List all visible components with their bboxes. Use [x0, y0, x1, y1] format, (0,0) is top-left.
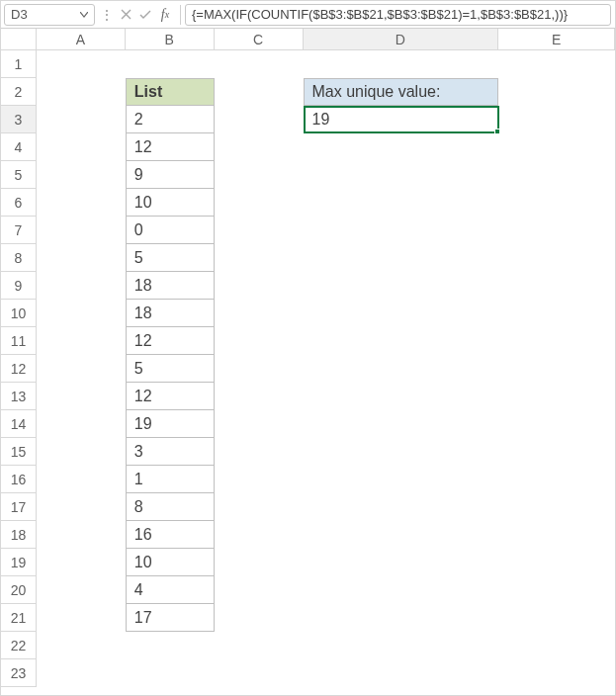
cell[interactable]	[215, 438, 304, 466]
cell[interactable]	[215, 327, 304, 355]
cell[interactable]	[304, 438, 499, 466]
cell[interactable]	[498, 78, 615, 106]
cell[interactable]	[304, 355, 499, 383]
cell[interactable]	[37, 78, 126, 106]
row-header[interactable]: 5	[1, 161, 37, 189]
enter-icon[interactable]	[138, 8, 152, 22]
cell[interactable]	[498, 217, 615, 244]
list-cell[interactable]: 18	[126, 300, 215, 327]
cell[interactable]	[37, 355, 126, 383]
cell[interactable]	[126, 632, 215, 659]
cell[interactable]	[215, 410, 304, 438]
fx-icon[interactable]: fx	[158, 8, 172, 22]
cell[interactable]	[304, 327, 499, 355]
cell[interactable]	[498, 659, 615, 687]
list-cell[interactable]: 2	[126, 106, 215, 133]
cell[interactable]	[215, 466, 304, 493]
row-header[interactable]: 18	[1, 521, 37, 549]
list-cell[interactable]: 10	[126, 549, 215, 576]
cell[interactable]	[304, 576, 499, 604]
cell[interactable]	[215, 659, 304, 687]
row-header[interactable]: 16	[1, 466, 37, 493]
cell[interactable]	[498, 493, 615, 521]
cell[interactable]	[215, 161, 304, 189]
cell[interactable]	[498, 576, 615, 604]
cell[interactable]	[126, 659, 215, 687]
cell[interactable]	[304, 659, 499, 687]
cell[interactable]	[215, 244, 304, 272]
cell[interactable]	[304, 272, 499, 300]
row-header[interactable]: 12	[1, 355, 37, 383]
cell[interactable]	[498, 604, 615, 632]
result-label-cell[interactable]: Max unique value:	[304, 78, 499, 106]
col-header-A[interactable]: A	[37, 29, 126, 49]
list-cell[interactable]: 19	[126, 410, 215, 438]
cell[interactable]	[37, 576, 126, 604]
cell[interactable]	[215, 78, 304, 106]
cell[interactable]	[215, 272, 304, 300]
row-header[interactable]: 9	[1, 272, 37, 300]
cell[interactable]	[304, 521, 499, 549]
col-header-B[interactable]: B	[126, 29, 215, 49]
cell[interactable]	[215, 217, 304, 244]
cell[interactable]	[37, 549, 126, 576]
row-header[interactable]: 15	[1, 438, 37, 466]
cell[interactable]	[498, 50, 615, 78]
cell[interactable]	[304, 161, 499, 189]
cell[interactable]	[498, 632, 615, 659]
cell[interactable]	[215, 189, 304, 217]
cancel-icon[interactable]	[119, 8, 132, 22]
row-header[interactable]: 19	[1, 549, 37, 576]
cell[interactable]	[498, 355, 615, 383]
cell[interactable]	[304, 244, 499, 272]
cell[interactable]	[215, 50, 304, 78]
row-header[interactable]: 2	[1, 78, 37, 106]
cell[interactable]	[304, 466, 499, 493]
list-cell[interactable]: 3	[126, 438, 215, 466]
row-header[interactable]: 3	[1, 106, 37, 133]
cell[interactable]	[37, 493, 126, 521]
cell[interactable]	[215, 106, 304, 133]
cell[interactable]	[304, 493, 499, 521]
list-cell[interactable]: 5	[126, 244, 215, 272]
col-header-E[interactable]: E	[498, 29, 615, 49]
cell[interactable]	[37, 244, 126, 272]
list-cell[interactable]: 12	[126, 327, 215, 355]
row-header[interactable]: 22	[1, 632, 37, 659]
list-cell[interactable]: 12	[126, 133, 215, 161]
cell[interactable]	[304, 300, 499, 327]
row-header[interactable]: 13	[1, 383, 37, 410]
cell[interactable]	[215, 549, 304, 576]
cell[interactable]	[304, 604, 499, 632]
cell[interactable]	[498, 383, 615, 410]
cell[interactable]	[304, 632, 499, 659]
cell[interactable]	[498, 438, 615, 466]
cell[interactable]	[498, 466, 615, 493]
cell[interactable]	[215, 632, 304, 659]
cell[interactable]	[37, 272, 126, 300]
cell[interactable]	[498, 161, 615, 189]
cell[interactable]	[37, 659, 126, 687]
cell[interactable]	[304, 50, 499, 78]
cell[interactable]	[215, 383, 304, 410]
cell[interactable]	[37, 161, 126, 189]
cell[interactable]	[304, 549, 499, 576]
cell[interactable]	[126, 50, 215, 78]
cell[interactable]	[37, 604, 126, 632]
name-box[interactable]: D3	[4, 4, 95, 26]
cell[interactable]	[498, 549, 615, 576]
list-cell[interactable]: 10	[126, 189, 215, 217]
cell[interactable]	[498, 106, 615, 133]
row-header[interactable]: 4	[1, 133, 37, 161]
cell[interactable]	[37, 383, 126, 410]
cell[interactable]	[304, 410, 499, 438]
row-header[interactable]: 21	[1, 604, 37, 632]
cell[interactable]	[498, 521, 615, 549]
cell[interactable]	[215, 133, 304, 161]
cell[interactable]	[498, 244, 615, 272]
row-header[interactable]: 7	[1, 217, 37, 244]
cell[interactable]	[37, 521, 126, 549]
cell[interactable]	[498, 410, 615, 438]
cell[interactable]	[304, 217, 499, 244]
list-cell[interactable]: 18	[126, 272, 215, 300]
